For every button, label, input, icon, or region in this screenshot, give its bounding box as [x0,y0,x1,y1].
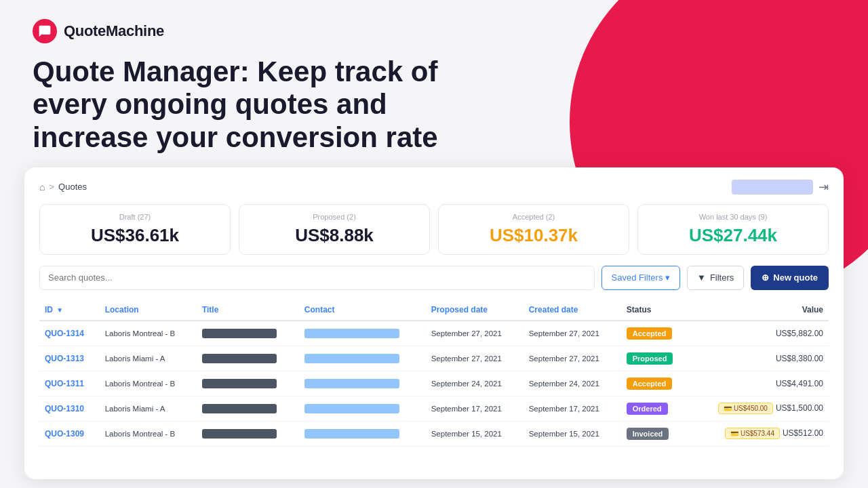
toolbar: Saved Filters ▾ ▼ Filters ⊕ New quote [39,266,829,290]
table-row: QUO-1311 Laboris Montreal - B September … [39,371,829,396]
quote-id-link[interactable]: QUO-1314 [45,329,84,338]
contact-bar [304,354,399,363]
stat-draft-label: Draft (27) [51,213,219,221]
stat-won-value: US$27.44k [649,225,817,246]
sort-icon: ▼ [56,306,63,314]
logo-text: QuoteMachine [64,22,164,40]
logo-row: QuoteMachine [33,19,835,43]
breadcrumb-action-bar [732,180,813,195]
location: Laboris Miami - A [105,405,165,413]
breadcrumb-row: ⌂ > Quotes ⇥ [39,180,829,195]
filter-icon: ▼ [697,272,706,283]
table-header-row: ID ▼ Location Title Contact Proposed dat… [39,300,829,321]
col-location[interactable]: Location [100,300,197,321]
stat-accepted-value: US$10.37k [450,225,618,246]
proposed-date: September 27, 2021 [431,329,502,338]
col-created-date[interactable]: Created date [524,300,621,321]
saved-filters-button[interactable]: Saved Filters ▾ [601,266,680,290]
created-date: September 27, 2021 [529,354,599,363]
title-bar [202,329,277,338]
quote-value: 💳 US$450.00US$1,500.00 [690,396,829,421]
title-bar [202,404,277,413]
contact-bar [304,379,399,388]
quote-value: US$8,380.00 [690,346,829,371]
quotes-table-container: ID ▼ Location Title Contact Proposed dat… [39,300,829,447]
plus-icon: ⊕ [762,272,769,283]
home-icon[interactable]: ⌂ [39,182,45,192]
proposed-date: September 15, 2021 [431,430,502,438]
breadcrumb-actions: ⇥ [732,180,829,195]
stats-row: Draft (27) US$36.61k Proposed (2) US$8.8… [39,204,829,255]
stat-proposed-value: US$8.88k [250,225,418,246]
quote-value: US$4,491.00 [690,371,829,396]
stat-proposed[interactable]: Proposed (2) US$8.88k [239,204,430,255]
stat-accepted-label: Accepted (2) [450,213,618,221]
filters-label: Filters [710,272,734,283]
location: Laboris Montreal - B [105,380,176,388]
contact-bar [304,429,399,439]
status-badge: Invoiced [627,428,669,440]
new-quote-button[interactable]: ⊕ New quote [751,266,829,290]
table-row: QUO-1314 Laboris Montreal - B September … [39,321,829,346]
proposed-date: September 17, 2021 [431,405,502,413]
title-bar [202,429,277,439]
stat-won[interactable]: Won last 30 days (9) US$27.44k [637,204,829,255]
stat-draft[interactable]: Draft (27) US$36.61k [39,204,231,255]
location: Laboris Montreal - B [105,329,176,338]
quotes-table: ID ▼ Location Title Contact Proposed dat… [39,300,829,447]
saved-filters-label: Saved Filters ▾ [612,272,670,283]
col-title[interactable]: Title [197,300,299,321]
col-status[interactable]: Status [621,300,690,321]
logo-icon [33,19,57,43]
quote-id-link[interactable]: QUO-1311 [45,379,84,388]
main-card: ⌂ > Quotes ⇥ Draft (27) US$36.61k Propos… [24,167,844,479]
contact-bar [304,329,399,338]
col-value[interactable]: Value [690,300,829,321]
col-id[interactable]: ID ▼ [39,300,100,321]
quote-id-link[interactable]: QUO-1309 [45,429,84,439]
created-date: September 27, 2021 [529,329,599,338]
page-headline: Quote Manager: Keep track of every ongoi… [33,56,494,154]
stat-proposed-label: Proposed (2) [250,213,418,221]
stat-accepted[interactable]: Accepted (2) US$10.37k [438,204,629,255]
proposed-date: September 27, 2021 [431,354,502,363]
col-proposed-date[interactable]: Proposed date [426,300,524,321]
status-badge: Proposed [627,352,673,365]
location: Laboris Montreal - B [105,430,176,438]
location: Laboris Miami - A [105,354,165,363]
search-input[interactable] [39,266,595,290]
breadcrumb-current: Quotes [58,182,87,192]
proposed-date: September 24, 2021 [431,380,502,388]
table-row: QUO-1309 Laboris Montreal - B September … [39,421,829,446]
quote-id-link[interactable]: QUO-1313 [45,354,84,363]
export-icon[interactable]: ⇥ [818,180,829,195]
status-badge: Accepted [627,378,673,390]
filters-button[interactable]: ▼ Filters [687,266,744,290]
created-date: September 24, 2021 [529,380,599,388]
created-date: September 17, 2021 [529,405,599,413]
stat-won-label: Won last 30 days (9) [649,213,817,221]
table-row: QUO-1310 Laboris Miami - A September 17,… [39,396,829,421]
title-bar [202,379,277,388]
quote-id-link[interactable]: QUO-1310 [45,404,84,413]
quote-value: 💳 US$573.44US$512.00 [690,421,829,446]
new-quote-label: New quote [773,272,818,283]
breadcrumb: ⌂ > Quotes [39,182,87,192]
invoice-badge: 💳 US$450.00 [718,403,773,414]
quote-value: US$5,882.00 [690,321,829,346]
header-section: QuoteMachine Quote Manager: Keep track o… [0,0,868,167]
status-badge: Ordered [627,403,668,415]
contact-bar [304,404,399,413]
col-contact[interactable]: Contact [299,300,426,321]
table-row: QUO-1313 Laboris Miami - A September 27,… [39,346,829,371]
created-date: September 15, 2021 [529,430,599,438]
invoice-badge: 💳 US$573.44 [725,428,780,439]
stat-draft-value: US$36.61k [51,225,219,246]
status-badge: Accepted [627,327,673,340]
title-bar [202,354,277,363]
breadcrumb-separator: > [49,182,54,192]
